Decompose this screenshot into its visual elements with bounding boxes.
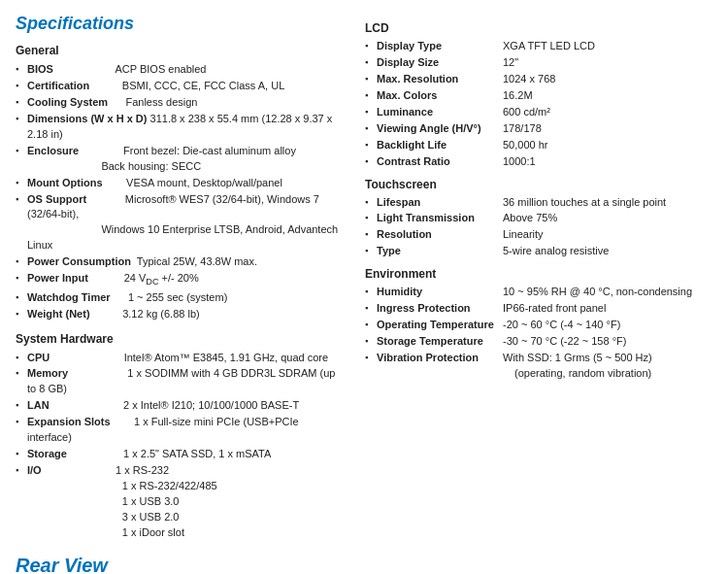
list-item: CPU Intel® Atom™ E3845, 1.91 GHz, quad c… [16, 351, 346, 366]
touchscreen-section-title: Touchscreen [365, 178, 712, 191]
list-item: Cooling System Fanless design [16, 95, 346, 111]
right-column: LCD Display TypeXGA TFT LED LCD Display … [365, 14, 712, 545]
list-item: Mount Options VESA mount, Desktop/wall/p… [16, 176, 346, 191]
list-item: LAN 2 x Intel® I210; 10/100/1000 BASE-T [16, 398, 346, 414]
general-list: BIOS ACP BIOS enabled Certification BSMI… [16, 62, 346, 322]
list-item: Enclosure Front bezel: Die-cast aluminum… [16, 144, 346, 175]
list-item: Vibration ProtectionWith SSD: 1 Grms (5 … [365, 351, 712, 382]
list-item: Max. Resolution1024 x 768 [365, 72, 712, 87]
list-item: Contrast Ratio1000:1 [365, 154, 712, 170]
system-hardware-list: CPU Intel® Atom™ E3845, 1.91 GHz, quad c… [16, 351, 346, 541]
list-item: Ingress ProtectionIP66-rated front panel [365, 301, 712, 317]
list-item: Power Consumption Typical 25W, 43.8W max… [16, 254, 346, 270]
list-item: Display TypeXGA TFT LED LCD [365, 39, 712, 54]
left-column: Specifications General BIOS ACP BIOS ena… [16, 14, 346, 545]
list-item: Dimensions (W x H x D) 311.8 x 238 x 55.… [16, 112, 346, 143]
list-item: Lifespan36 million touches at a single p… [365, 195, 712, 211]
list-item: Operating Temperature-20 ~ 60 °C (-4 ~ 1… [365, 318, 712, 333]
list-item: I/O 1 x RS-232 1 x RS-232/422/485 1 x US… [16, 463, 346, 541]
list-item: Light TransmissionAbove 75% [365, 211, 712, 226]
list-item: Weight (Net) 3.12 kg (6.88 lb) [16, 307, 346, 322]
system-hardware-section-title: System Hardware [16, 332, 346, 346]
environment-section-title: Environment [365, 267, 712, 281]
touchscreen-section: Touchscreen Lifespan36 million touches a… [365, 178, 712, 260]
lcd-section-title: LCD [365, 21, 712, 35]
list-item: Storage 1 x 2.5" SATA SSD, 1 x mSATA [16, 447, 346, 462]
environment-list: Humidity10 ~ 95% RH @ 40 °C, non-condens… [365, 285, 712, 382]
list-item: Humidity10 ~ 95% RH @ 40 °C, non-condens… [365, 285, 712, 300]
page-title: Specifications [16, 14, 346, 34]
lcd-list: Display TypeXGA TFT LED LCD Display Size… [365, 39, 712, 170]
list-item: Expansion Slots 1 x Full-size mini PCIe … [16, 415, 346, 446]
general-section-title: General [16, 44, 346, 57]
list-item: Max. Colors16.2M [365, 88, 712, 104]
environment-section: Environment Humidity10 ~ 95% RH @ 40 °C,… [365, 267, 712, 382]
list-item: Viewing Angle (H/V°)178/178 [365, 121, 712, 137]
list-item: Type5-wire analog resistive [365, 244, 712, 259]
list-item: BIOS ACP BIOS enabled [16, 62, 346, 78]
lcd-section: LCD Display TypeXGA TFT LED LCD Display … [365, 21, 712, 170]
list-item: Display Size12" [365, 55, 712, 71]
touchscreen-list: Lifespan36 million touches at a single p… [365, 195, 712, 260]
list-item: Power Input 24 VDC +/- 20% [16, 271, 346, 288]
list-item: Memory 1 x SODIMM with 4 GB DDR3L SDRAM … [16, 366, 346, 397]
rear-view-section: Rear View [0, 555, 728, 574]
list-item: Watchdog Timer 1 ~ 255 sec (system) [16, 290, 346, 306]
list-item: Luminance600 cd/m² [365, 105, 712, 120]
list-item: ResolutionLinearity [365, 227, 712, 243]
list-item: OS Support Microsoft® WES7 (32/64-bit), … [16, 192, 346, 254]
rear-view-title: Rear View [16, 555, 712, 574]
list-item: Storage Temperature-30 ~ 70 °C (-22 ~ 15… [365, 334, 712, 350]
list-item: Certification BSMI, CCC, CE, FCC Class A… [16, 79, 346, 94]
list-item: Backlight Life50,000 hr [365, 138, 712, 153]
